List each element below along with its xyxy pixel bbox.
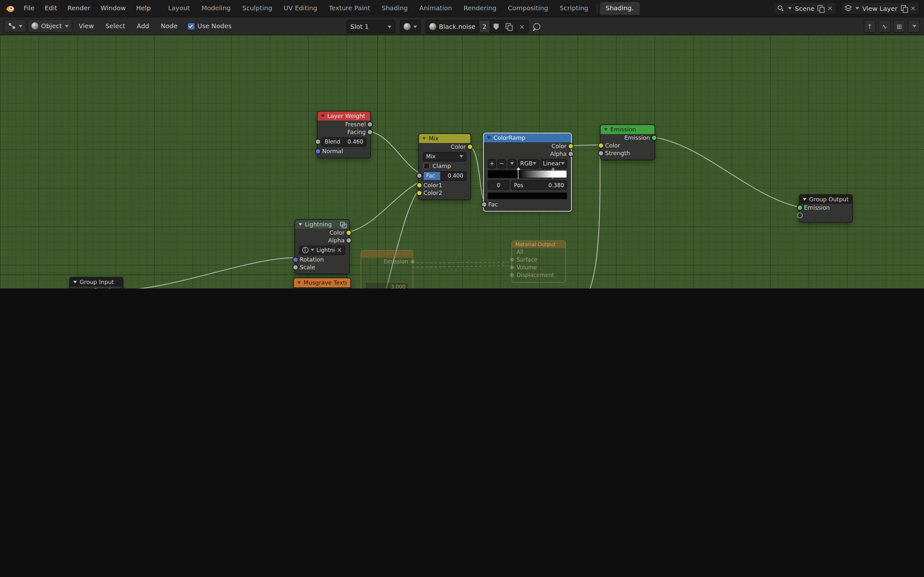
node-mix[interactable]: Mix Color Mix Clamp Fac0.400 Color1 Colo… — [418, 133, 471, 200]
input-socket-emission[interactable] — [797, 205, 803, 211]
material-slot-dropdown[interactable]: Slot 1 — [347, 20, 395, 33]
colorramp-gradient[interactable] — [488, 169, 567, 178]
output-socket-color[interactable] — [467, 144, 473, 150]
workspace-tab-scripting[interactable]: Scripting — [554, 2, 594, 15]
workspace-tab-modeling[interactable]: Modeling — [196, 2, 236, 15]
node-header[interactable]: Musgrave Texture — [294, 278, 351, 287]
checkbox-checked-icon[interactable] — [188, 23, 194, 29]
input-socket-fac[interactable] — [417, 173, 422, 179]
scene-selector[interactable]: Scene × — [773, 2, 837, 15]
workspace-tab-uv-editing[interactable]: UV Editing — [278, 2, 323, 15]
stop-color-swatch[interactable] — [488, 192, 567, 199]
input-socket-blend[interactable] — [315, 139, 321, 145]
node-header[interactable]: ColorRamp — [484, 133, 571, 142]
workspace-tab-layout[interactable]: Layout — [162, 2, 196, 15]
material-name-field[interactable]: Black.noise 2 × — [425, 20, 528, 33]
gradient-stop[interactable] — [552, 169, 553, 179]
material-users-count[interactable]: 2 — [479, 21, 490, 33]
snap-icon[interactable]: ↑ — [864, 20, 876, 33]
collapse-icon[interactable] — [298, 223, 302, 226]
collapse-icon[interactable] — [487, 137, 491, 139]
node-header[interactable]: Mix — [419, 134, 470, 143]
collapse-icon[interactable] — [321, 115, 325, 117]
menu-view[interactable]: View — [73, 17, 99, 35]
clamp-checkbox[interactable] — [423, 163, 430, 169]
output-socket-alpha[interactable] — [568, 151, 573, 157]
browse-datablock-icon[interactable] — [302, 247, 309, 253]
output-socket-fresnel[interactable] — [367, 121, 373, 127]
collapse-icon[interactable] — [604, 128, 607, 131]
gradient-stop-selected[interactable] — [518, 169, 519, 179]
menu-window[interactable]: Window — [95, 0, 131, 17]
menu-edit[interactable]: Edit — [39, 0, 62, 17]
input-socket-strength[interactable] — [598, 150, 604, 156]
output-socket-height[interactable] — [347, 288, 353, 288]
input-socket-fac[interactable] — [481, 201, 487, 207]
fake-user-button[interactable] — [489, 21, 502, 33]
workspace-tab-texture-paint[interactable]: Texture Paint — [323, 2, 376, 15]
menu-select[interactable]: Select — [100, 17, 131, 35]
node-colorramp[interactable]: ColorRamp Color Alpha + − RGB Linear 0 P… — [483, 133, 572, 211]
input-socket-normal[interactable] — [315, 148, 321, 154]
collapse-icon[interactable] — [297, 282, 301, 284]
collapse-icon[interactable] — [803, 198, 806, 201]
remove-stop-button[interactable]: − — [498, 159, 506, 168]
collapse-icon[interactable] — [73, 281, 77, 284]
remove-view-layer-icon[interactable]: × — [910, 5, 916, 11]
use-nodes-toggle[interactable]: Use Nodes — [188, 23, 231, 29]
input-socket-color1[interactable] — [417, 182, 422, 188]
workspace-tab-rendering[interactable]: Rendering — [458, 2, 502, 15]
output-socket-color[interactable] — [568, 143, 573, 149]
new-scene-icon[interactable] — [818, 5, 824, 12]
color-mode-dropdown[interactable]: RGB — [517, 159, 539, 168]
node-editor-canvas[interactable]: Emission 3.000 3.000 3.000 Scale5.000 De… — [0, 34, 924, 288]
input-socket-color2[interactable] — [417, 190, 422, 196]
stop-position-slider[interactable]: Pos0.380 — [511, 180, 567, 190]
workspace-tab-animation[interactable]: Animation — [414, 2, 458, 15]
curve-overlay-icon[interactable]: ∿ — [879, 20, 891, 33]
output-socket-rotation[interactable] — [120, 287, 125, 288]
node-header[interactable]: Lightning — [295, 220, 349, 229]
output-socket-alpha[interactable] — [346, 237, 352, 243]
specials-menu-button[interactable] — [507, 159, 516, 168]
output-socket-facing[interactable] — [367, 129, 373, 135]
stop-index-field[interactable]: 0 — [488, 180, 509, 190]
input-socket-scale[interactable] — [292, 264, 298, 270]
menu-node[interactable]: Node — [156, 17, 183, 35]
datablock-selector[interactable]: Lightning × — [299, 245, 345, 255]
add-stop-button[interactable]: + — [488, 159, 496, 168]
menu-help[interactable]: Help — [131, 0, 156, 17]
output-socket-color[interactable] — [346, 230, 352, 235]
unlink-material-button[interactable]: × — [515, 21, 528, 33]
new-view-layer-icon[interactable] — [901, 5, 907, 12]
options-dropdown-icon[interactable] — [908, 20, 920, 33]
node-emission[interactable]: Emission Emission Color Strength — [600, 124, 655, 160]
view-layer-selector[interactable]: View Layer × — [841, 2, 919, 15]
workspace-tab-shading[interactable]: Shading — [376, 2, 414, 15]
shader-type-dropdown[interactable]: Object — [27, 19, 72, 33]
blend-slider[interactable]: Blend0.460 — [321, 137, 367, 147]
material-name[interactable]: Black.noise — [439, 23, 475, 30]
browse-material-button[interactable] — [400, 20, 421, 33]
node-group-output[interactable]: Group Output Emission — [799, 194, 853, 222]
blend-mode-dropdown[interactable]: Mix — [423, 152, 467, 161]
input-socket-color[interactable] — [598, 143, 604, 148]
workspace-tab-compositing[interactable]: Compositing — [502, 2, 554, 15]
collapse-icon[interactable] — [422, 137, 426, 140]
menu-render[interactable]: Render — [62, 0, 95, 17]
editor-type-button[interactable] — [4, 19, 26, 33]
node-group-input[interactable]: Group Input Rotation Scale Detail Streng… — [69, 277, 123, 288]
output-socket-emission[interactable] — [651, 135, 657, 141]
unlink-scene-icon[interactable]: × — [827, 5, 833, 11]
node-musgrave-texture[interactable]: Musgrave Texture Height 3D fBM Vector Sc… — [293, 277, 351, 288]
pin-icon[interactable] — [531, 22, 541, 32]
menu-add[interactable]: Add — [132, 17, 154, 35]
node-layer-weight[interactable]: Layer Weight Fresnel Facing Blend0.460 N… — [317, 111, 371, 158]
fac-slider[interactable]: Fac0.400 — [423, 171, 467, 181]
node-lightning-group[interactable]: Lightning Color Alpha Lightning × Rotati… — [294, 219, 350, 274]
menu-file[interactable]: File — [19, 0, 39, 17]
node-header[interactable]: Group Input — [70, 277, 123, 287]
extension-socket[interactable] — [797, 213, 803, 218]
new-material-button[interactable] — [502, 21, 515, 33]
blender-logo-icon[interactable] — [0, 3, 19, 13]
